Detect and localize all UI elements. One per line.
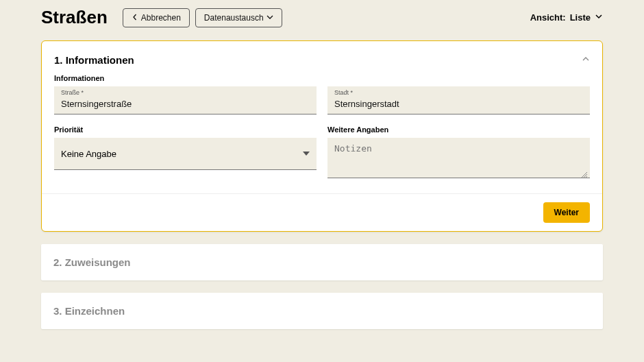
step-1-header[interactable]: 1. Informationen <box>42 41 602 71</box>
chevron-down-icon <box>595 12 603 23</box>
view-toggle[interactable]: Ansicht: Liste <box>530 12 603 23</box>
page-header: Straßen Abbrechen Datenaustausch Ansicht… <box>41 0 603 40</box>
priority-label: Priorität <box>54 125 317 134</box>
more-info-label: Weitere Angaben <box>327 125 590 134</box>
step-2-title: 2. Zuweisungen <box>53 256 131 268</box>
view-label-prefix: Ansicht: <box>530 12 566 23</box>
chevron-left-icon <box>132 13 138 23</box>
view-value: Liste <box>570 12 591 23</box>
cancel-button[interactable]: Abbrechen <box>123 8 190 27</box>
data-exchange-button[interactable]: Datenaustausch <box>195 8 282 27</box>
step-2-card[interactable]: 2. Zuweisungen <box>41 244 603 280</box>
city-field[interactable]: Stadt * <box>327 86 590 114</box>
step-3-title: 3. Einzeichnen <box>53 305 125 317</box>
next-button-label: Weiter <box>554 208 579 217</box>
city-label: Stadt * <box>334 89 583 96</box>
data-exchange-label: Datenaustausch <box>204 13 264 23</box>
step-3-header[interactable]: 3. Einzeichnen <box>41 293 603 329</box>
step-1-card: 1. Informationen Informationen Straße * … <box>41 40 603 232</box>
collapse-icon <box>582 53 590 66</box>
notes-field[interactable] <box>327 138 590 178</box>
priority-value: Keine Angabe <box>61 149 116 159</box>
next-button[interactable]: Weiter <box>543 202 590 223</box>
step-1-title: 1. Informationen <box>54 54 134 66</box>
notes-textarea[interactable] <box>334 143 583 169</box>
cancel-button-label: Abbrechen <box>141 13 181 23</box>
street-field[interactable]: Straße * <box>54 86 317 114</box>
section-label-informationen: Informationen <box>42 71 602 86</box>
priority-select[interactable]: Keine Angabe <box>54 138 317 170</box>
step-3-card[interactable]: 3. Einzeichnen <box>41 293 603 329</box>
page-title: Straßen <box>41 7 108 28</box>
city-input[interactable] <box>334 99 583 109</box>
street-label: Straße * <box>61 89 310 96</box>
chevron-down-icon <box>267 13 273 23</box>
step-1-footer: Weiter <box>42 193 602 231</box>
step-2-header[interactable]: 2. Zuweisungen <box>41 244 603 280</box>
street-input[interactable] <box>61 99 310 109</box>
resize-grip-icon[interactable] <box>581 169 588 176</box>
dropdown-arrow-icon <box>303 147 310 160</box>
